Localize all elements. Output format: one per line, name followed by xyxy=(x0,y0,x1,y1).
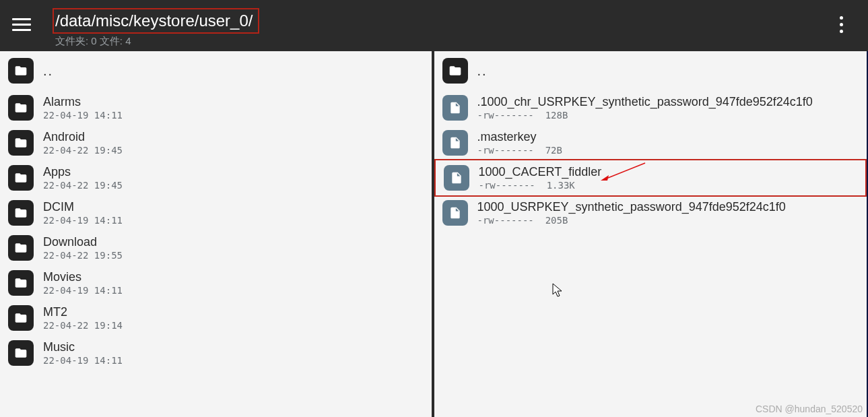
item-name: .masterkey xyxy=(477,129,562,145)
list-item[interactable]: .masterkey-rw------- 72B xyxy=(434,125,867,160)
folder-icon xyxy=(8,305,34,331)
left-pane[interactable]: .. Alarms22-04-19 14:11Android22-04-22 1… xyxy=(0,51,434,417)
list-item[interactable]: .1000_chr_USRPKEY_synthetic_password_947… xyxy=(434,90,867,125)
overflow-menu[interactable] xyxy=(833,11,849,38)
list-item[interactable]: 1000_CACERT_fiddler-rw------- 1.33K xyxy=(434,159,867,197)
item-meta: -rw------- 1.33K xyxy=(479,180,602,192)
item-meta: 22-04-22 19:45 xyxy=(43,180,123,192)
item-meta: 22-04-22 19:55 xyxy=(43,250,123,262)
item-name: Alarms xyxy=(43,94,123,110)
list-item[interactable]: Apps22-04-22 19:45 xyxy=(0,160,432,195)
item-name: Apps xyxy=(43,164,123,180)
item-name: MT2 xyxy=(43,304,123,320)
item-name: Movies xyxy=(43,269,123,285)
item-name: DCIM xyxy=(43,199,123,215)
item-meta: 22-04-19 14:11 xyxy=(43,215,123,227)
item-meta: 22-04-22 19:45 xyxy=(43,145,123,157)
folder-icon xyxy=(8,165,34,191)
list-item[interactable]: MT222-04-22 19:14 xyxy=(0,300,432,335)
item-meta: 22-04-19 14:11 xyxy=(43,285,123,297)
item-meta: 22-04-19 14:11 xyxy=(43,110,123,122)
folder-icon xyxy=(8,270,34,296)
folder-icon xyxy=(442,58,468,84)
folder-icon xyxy=(8,340,34,366)
right-pane[interactable]: .. .1000_chr_USRPKEY_synthetic_password_… xyxy=(434,51,869,417)
list-item[interactable]: Alarms22-04-19 14:11 xyxy=(0,90,432,125)
folder-icon xyxy=(8,130,34,156)
item-meta: 22-04-19 14:11 xyxy=(43,355,123,367)
file-icon xyxy=(442,130,468,156)
item-name: .. xyxy=(477,63,488,79)
list-item[interactable]: Android22-04-22 19:45 xyxy=(0,125,432,160)
item-name: Download xyxy=(43,234,123,250)
folder-icon xyxy=(8,58,34,84)
up-directory[interactable]: .. xyxy=(434,51,867,90)
list-item[interactable]: DCIM22-04-19 14:11 xyxy=(0,195,432,230)
list-item[interactable]: Music22-04-19 14:11 xyxy=(0,335,432,371)
folder-icon xyxy=(8,235,34,261)
item-meta: -rw------- 72B xyxy=(477,145,562,157)
path-display[interactable]: /data/misc/keystore/user_0/ xyxy=(53,8,259,34)
titlebar: /data/misc/keystore/user_0/ 文件夹: 0 文件: 4 xyxy=(0,0,868,51)
up-directory[interactable]: .. xyxy=(0,51,432,90)
item-name: Android xyxy=(43,129,123,145)
folder-icon xyxy=(8,95,34,121)
list-item[interactable]: Download22-04-22 19:55 xyxy=(0,230,432,265)
item-name: .. xyxy=(43,63,53,79)
item-meta: -rw------- 128B xyxy=(477,110,813,122)
hamburger-menu[interactable] xyxy=(12,12,36,36)
item-name: .1000_chr_USRPKEY_synthetic_password_947… xyxy=(477,94,813,110)
item-meta: -rw------- 205B xyxy=(477,215,786,227)
list-item[interactable]: 1000_USRPKEY_synthetic_password_947fde95… xyxy=(434,195,867,230)
file-icon xyxy=(442,200,468,226)
item-name: 1000_CACERT_fiddler xyxy=(479,164,602,180)
item-name: Music xyxy=(43,340,123,355)
folder-icon xyxy=(8,200,34,226)
item-name: 1000_USRPKEY_synthetic_password_947fde95… xyxy=(477,199,786,215)
path-subtitle: 文件夹: 0 文件: 4 xyxy=(53,35,259,48)
item-meta: 22-04-22 19:14 xyxy=(43,320,123,332)
file-icon xyxy=(444,165,469,191)
list-item[interactable]: Movies22-04-19 14:11 xyxy=(0,265,432,300)
file-icon xyxy=(442,95,468,121)
